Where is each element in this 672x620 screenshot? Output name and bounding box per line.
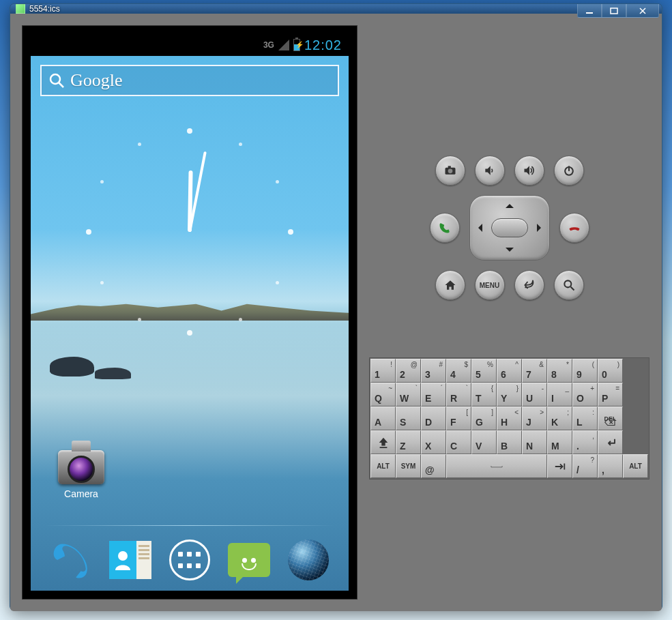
key-d[interactable]: D (421, 407, 446, 430)
camera-app-shortcut[interactable]: Camera (51, 450, 111, 499)
key-q[interactable]: Q~ (370, 383, 396, 407)
contacts-app[interactable] (106, 537, 154, 582)
end-call-icon (568, 221, 581, 235)
clock-marker (187, 128, 192, 134)
key-j[interactable]: J> (522, 407, 547, 430)
key-space[interactable] (446, 454, 547, 478)
apps-icon (169, 540, 210, 580)
close-button[interactable] (626, 4, 659, 18)
key-label: L (576, 417, 583, 428)
maximize-button[interactable] (602, 4, 626, 18)
analog-clock-widget[interactable] (81, 123, 299, 341)
browser-app[interactable] (284, 537, 332, 582)
key-5[interactable]: 5% (471, 359, 497, 383)
volume-up-button[interactable] (514, 156, 544, 186)
camera-icon (443, 164, 457, 177)
svg-rect-7 (448, 166, 450, 168)
key-sym[interactable]: SYM (396, 454, 421, 478)
call-button[interactable] (430, 213, 460, 243)
phone-app[interactable] (47, 537, 95, 582)
power-button[interactable] (554, 156, 584, 186)
key-z[interactable]: Z (396, 430, 421, 454)
clock-marker (276, 281, 279, 284)
key-i[interactable]: I_ (547, 383, 572, 407)
app-icon (16, 4, 25, 14)
key-h[interactable]: H< (497, 407, 522, 430)
key-comma[interactable]: , (598, 454, 623, 478)
dpad-right[interactable] (537, 224, 545, 232)
volume-down-button[interactable] (475, 156, 505, 186)
key-s[interactable]: S (396, 407, 421, 430)
key-t[interactable]: T{ (471, 383, 497, 407)
key-at[interactable]: @ (421, 454, 446, 478)
key-r[interactable]: R` (446, 383, 471, 407)
device-screen[interactable]: 3G ⚡ 12:02 Google Camera (31, 34, 349, 591)
menu-button[interactable]: MENU (475, 270, 505, 300)
key-slash[interactable]: /? (572, 454, 598, 478)
key-v[interactable]: V (471, 430, 497, 454)
end-call-button[interactable] (559, 213, 589, 243)
home-button[interactable] (435, 270, 465, 300)
camera-label: Camera (51, 488, 111, 499)
dpad-down[interactable] (506, 248, 514, 256)
key-alt-right[interactable]: ALT (623, 454, 648, 478)
enter-icon (604, 437, 617, 449)
contacts-icon (109, 541, 151, 579)
key-3[interactable]: 3# (421, 359, 446, 383)
camera-button[interactable] (435, 156, 465, 186)
phone-icon (51, 540, 91, 580)
status-bar[interactable]: 3G ⚡ 12:02 (31, 34, 349, 56)
key-2[interactable]: 2@ (396, 359, 421, 383)
dpad-up[interactable] (506, 200, 514, 208)
key-9[interactable]: 9( (572, 359, 598, 383)
key-x[interactable]: X (421, 430, 446, 454)
dpad-center[interactable] (491, 218, 528, 237)
key-c[interactable]: C (446, 430, 471, 454)
key-7[interactable]: 7& (522, 359, 547, 383)
key-shift[interactable] (370, 430, 396, 454)
key-y[interactable]: Y} (497, 383, 522, 407)
key-w[interactable]: W` (396, 383, 421, 407)
volume-up-icon (523, 164, 536, 177)
key-label: T (476, 393, 482, 404)
key-label: U (526, 393, 533, 404)
key-g[interactable]: G] (471, 407, 497, 430)
back-button[interactable] (514, 270, 544, 300)
key-enter[interactable] (598, 430, 623, 454)
key-4[interactable]: 4$ (446, 359, 471, 383)
kbd-row-4: ZXCVBNM., (370, 430, 648, 454)
key-m[interactable]: M (547, 430, 572, 454)
key-right-arrow[interactable] (547, 454, 572, 478)
dpad (469, 195, 550, 261)
dpad-left[interactable] (474, 224, 482, 232)
key-p[interactable]: P= (598, 383, 623, 407)
key-l[interactable]: L: (572, 407, 598, 430)
titlebar[interactable]: 5554:ics (10, 4, 662, 14)
key-label: Z (400, 441, 406, 452)
key-k[interactable]: K; (547, 407, 572, 430)
key-8[interactable]: 8* (547, 359, 572, 383)
camera-icon (58, 450, 104, 484)
key-superscript: & (539, 361, 544, 368)
google-search-widget[interactable]: Google (40, 65, 339, 96)
key-b[interactable]: B (497, 430, 522, 454)
key-1[interactable]: 1! (370, 359, 396, 383)
key-superscript: { (491, 385, 493, 392)
key-0[interactable]: 0) (598, 359, 623, 383)
key-f[interactable]: F[ (446, 407, 471, 430)
apps-drawer-button[interactable] (166, 537, 214, 582)
clock-marker (100, 281, 104, 284)
key-n[interactable]: N (522, 430, 547, 454)
key-alt-left[interactable]: ALT (370, 454, 396, 478)
minimize-button[interactable] (577, 4, 602, 18)
messaging-app[interactable] (225, 537, 273, 582)
key-label: @ (425, 464, 435, 475)
key-u[interactable]: U- (522, 383, 547, 407)
key-e[interactable]: E´ (421, 383, 446, 407)
key-o[interactable]: O+ (572, 383, 598, 407)
key-a[interactable]: A (370, 407, 396, 430)
key-6[interactable]: 6^ (497, 359, 522, 383)
key-delete[interactable]: DEL (598, 407, 623, 430)
search-button[interactable] (554, 270, 584, 300)
key-.[interactable]: ., (572, 430, 598, 454)
